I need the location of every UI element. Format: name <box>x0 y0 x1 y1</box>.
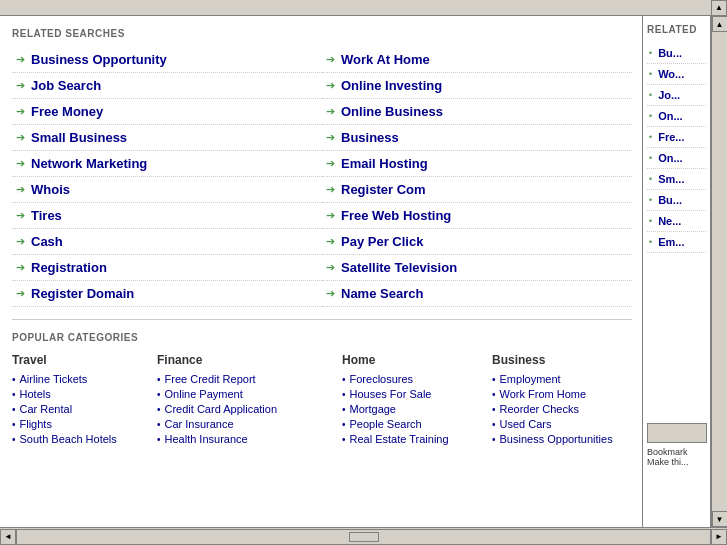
arrow-icon: ➔ <box>326 261 335 274</box>
arrow-icon: ➔ <box>326 235 335 248</box>
related-link-pay-per-click[interactable]: Pay Per Click <box>341 234 423 249</box>
related-searches-right-col: ➔ Work At Home ➔ Online Investing ➔ Onli… <box>322 47 632 307</box>
popular-categories-section: POPULAR CATEGORIES Travel • Airline Tick… <box>12 332 630 448</box>
link-real-estate-training[interactable]: Real Estate Training <box>350 433 449 445</box>
right-link-2[interactable]: Wo... <box>658 68 684 80</box>
right-link-3[interactable]: Jo... <box>658 89 680 101</box>
related-link-register-com[interactable]: Register Com <box>341 182 426 197</box>
right-link-5[interactable]: Fre... <box>658 131 684 143</box>
list-item: • Health Insurance <box>157 433 342 445</box>
link-hotels[interactable]: Hotels <box>20 388 51 400</box>
bullet-icon: • <box>342 389 346 400</box>
link-free-credit-report[interactable]: Free Credit Report <box>165 373 256 385</box>
right-link-8[interactable]: Bu... <box>658 194 682 206</box>
related-link-free-money[interactable]: Free Money <box>31 104 103 119</box>
list-item: ➔ Business Opportunity <box>12 47 322 73</box>
related-link-business[interactable]: Business <box>341 130 399 145</box>
list-item: ➔ Cash <box>12 229 322 255</box>
link-south-beach-hotels[interactable]: South Beach Hotels <box>20 433 117 445</box>
right-link-9[interactable]: Ne... <box>658 215 681 227</box>
link-used-cars[interactable]: Used Cars <box>500 418 552 430</box>
related-link-business-opportunity[interactable]: Business Opportunity <box>31 52 167 67</box>
arrow-icon: ➔ <box>16 105 25 118</box>
link-reorder-checks[interactable]: Reorder Checks <box>500 403 579 415</box>
link-work-from-home[interactable]: Work From Home <box>500 388 587 400</box>
related-link-work-at-home[interactable]: Work At Home <box>341 52 430 67</box>
scroll-track <box>712 32 728 511</box>
list-item: • Free Credit Report <box>157 373 342 385</box>
list-item: • Employment <box>492 373 643 385</box>
arrow-icon: ➔ <box>16 131 25 144</box>
list-item: ➔ Satellite Television <box>322 255 632 281</box>
related-link-satellite-television[interactable]: Satellite Television <box>341 260 457 275</box>
arrow-icon: ➔ <box>326 53 335 66</box>
related-link-job-search[interactable]: Job Search <box>31 78 101 93</box>
link-business-opportunities[interactable]: Business Opportunities <box>500 433 613 445</box>
scroll-right-button[interactable]: ► <box>711 529 727 545</box>
link-health-insurance[interactable]: Health Insurance <box>165 433 248 445</box>
related-link-email-hosting[interactable]: Email Hosting <box>341 156 428 171</box>
right-link-7[interactable]: Sm... <box>658 173 684 185</box>
list-item: • Online Payment <box>157 388 342 400</box>
scroll-down-button[interactable]: ▼ <box>712 511 728 527</box>
arrow-icon: ➔ <box>326 79 335 92</box>
bullet-icon: • <box>157 419 161 430</box>
list-item: • Fre... <box>647 127 706 148</box>
link-employment[interactable]: Employment <box>500 373 561 385</box>
related-link-network-marketing[interactable]: Network Marketing <box>31 156 147 171</box>
related-link-whois[interactable]: Whois <box>31 182 70 197</box>
related-link-online-business[interactable]: Online Business <box>341 104 443 119</box>
link-people-search[interactable]: People Search <box>350 418 422 430</box>
related-link-name-search[interactable]: Name Search <box>341 286 423 301</box>
list-item: ➔ Name Search <box>322 281 632 307</box>
bullet-icon: • <box>342 374 346 385</box>
list-item: • Car Rental <box>12 403 157 415</box>
list-item: • Car Insurance <box>157 418 342 430</box>
link-houses-for-sale[interactable]: Houses For Sale <box>350 388 432 400</box>
bullet-icon: • <box>649 195 652 205</box>
list-item: ➔ Pay Per Click <box>322 229 632 255</box>
link-mortgage[interactable]: Mortgage <box>350 403 396 415</box>
bullet-icon: • <box>342 434 346 445</box>
list-item: ➔ Tires <box>12 203 322 229</box>
list-item: ➔ Register Com <box>322 177 632 203</box>
scroll-up-button[interactable]: ▲ <box>711 0 727 16</box>
bullet-icon: • <box>12 389 16 400</box>
category-title-travel: Travel <box>12 353 157 367</box>
popular-categories-grid: Travel • Airline Tickets • Hotels <box>12 353 643 448</box>
bookmark-box <box>647 423 707 443</box>
bullet-icon: • <box>649 48 652 58</box>
right-link-6[interactable]: On... <box>658 152 682 164</box>
related-link-small-business[interactable]: Small Business <box>31 130 127 145</box>
right-link-4[interactable]: On... <box>658 110 682 122</box>
link-online-payment[interactable]: Online Payment <box>165 388 243 400</box>
related-searches-grid: ➔ Business Opportunity ➔ Job Search ➔ Fr… <box>12 47 632 307</box>
related-link-registration[interactable]: Registration <box>31 260 107 275</box>
related-link-tires[interactable]: Tires <box>31 208 62 223</box>
link-credit-card-application[interactable]: Credit Card Application <box>165 403 278 415</box>
bullet-icon: • <box>649 237 652 247</box>
related-link-register-domain[interactable]: Register Domain <box>31 286 134 301</box>
arrow-icon: ➔ <box>326 157 335 170</box>
list-item: ➔ Network Marketing <box>12 151 322 177</box>
link-car-insurance[interactable]: Car Insurance <box>165 418 234 430</box>
right-link-1[interactable]: Bu... <box>658 47 682 59</box>
list-item: • Business Opportunities <box>492 433 643 445</box>
related-link-cash[interactable]: Cash <box>31 234 63 249</box>
list-item: • Sm... <box>647 169 706 190</box>
related-link-free-web-hosting[interactable]: Free Web Hosting <box>341 208 451 223</box>
list-item: • Jo... <box>647 85 706 106</box>
bullet-icon: • <box>157 389 161 400</box>
link-foreclosures[interactable]: Foreclosures <box>350 373 414 385</box>
link-flights[interactable]: Flights <box>20 418 52 430</box>
related-link-online-investing[interactable]: Online Investing <box>341 78 442 93</box>
bullet-icon: • <box>649 132 652 142</box>
link-car-rental[interactable]: Car Rental <box>20 403 73 415</box>
scroll-up-button[interactable]: ▲ <box>712 16 728 32</box>
right-panel: RELATED • Bu... • Wo... • Jo... • <box>643 16 711 527</box>
link-airline-tickets[interactable]: Airline Tickets <box>20 373 88 385</box>
list-item: ➔ Email Hosting <box>322 151 632 177</box>
scroll-thumb[interactable] <box>349 532 379 542</box>
scroll-left-button[interactable]: ◄ <box>0 529 16 545</box>
right-link-10[interactable]: Em... <box>658 236 684 248</box>
